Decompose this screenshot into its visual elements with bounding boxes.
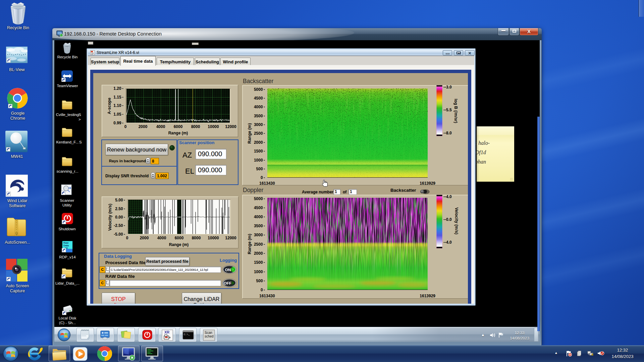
svg-text:sched: sched xyxy=(205,335,214,338)
svg-text:OFF: OFF xyxy=(224,281,231,285)
svg-text:ON: ON xyxy=(225,268,231,272)
svg-text:XR: XR xyxy=(164,330,169,334)
svg-text:C:\_: C:\_ xyxy=(184,333,190,336)
svg-text:Scan: Scan xyxy=(205,331,212,335)
svg-text:!: ! xyxy=(592,354,593,356)
